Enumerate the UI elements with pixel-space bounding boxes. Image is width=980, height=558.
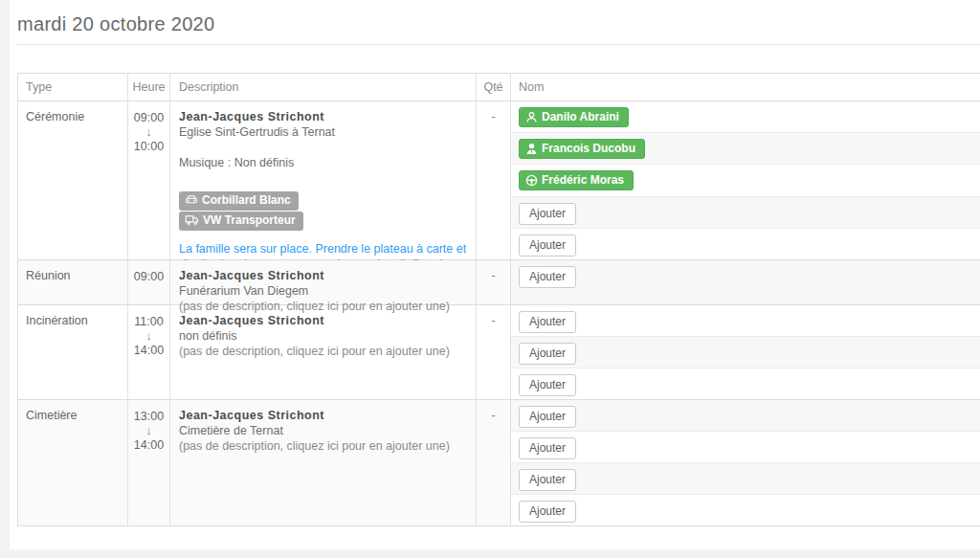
page-title: mardi 20 octobre 2020 xyxy=(17,12,214,35)
assignment-list: AjouterAjouterAjouter xyxy=(511,305,980,399)
event-location: Funérarium Van Diegem xyxy=(179,283,467,299)
assignment-subrow: Francois Ducobu xyxy=(511,132,980,164)
column-header-type: Type xyxy=(18,74,128,100)
table-header: Type Heure Description Qté Nom xyxy=(18,74,980,100)
column-header-nom: Nom xyxy=(511,74,980,100)
vehicle-badges: Corbillard BlancVW Transporteur xyxy=(179,191,467,231)
time-start: 11:00 xyxy=(128,314,169,329)
assigned-person-chip[interactable]: Frédéric Moras xyxy=(519,170,634,190)
assignment-subrow: Ajouter xyxy=(511,400,980,431)
person-name: Frédéric Moras xyxy=(542,174,624,187)
assignment-subrow: Ajouter xyxy=(511,260,980,304)
person-name: Francois Ducobu xyxy=(542,143,635,155)
person-name: Danilo Abraini xyxy=(542,111,619,123)
add-person-button[interactable]: Ajouter xyxy=(519,343,576,365)
add-person-button[interactable]: Ajouter xyxy=(519,469,576,491)
time-end: 14:00 xyxy=(128,437,169,453)
deceased-name: Jean-Jacques Strichont xyxy=(179,268,467,283)
van-icon xyxy=(185,213,199,229)
time-start: 09:00 xyxy=(128,269,169,284)
add-person-button[interactable]: Ajouter xyxy=(519,501,576,523)
assignment-subrow: Frédéric Moras xyxy=(511,164,980,195)
assignment-subrow: Ajouter xyxy=(511,336,980,368)
event-type: Réunion xyxy=(18,260,128,304)
table-body: Cérémonie09:00↓10:00Jean-Jacques Stricho… xyxy=(18,100,980,525)
steering-wheel-icon xyxy=(525,174,538,187)
assigned-person-chip[interactable]: Francois Ducobu xyxy=(519,139,645,159)
add-person-button[interactable]: Ajouter xyxy=(519,311,576,333)
assignment-subrow: Ajouter xyxy=(511,228,980,259)
description-placeholder-link[interactable]: (pas de description, cliquez ici pour en… xyxy=(179,344,467,359)
assignment-subrow: Ajouter xyxy=(511,462,980,494)
table-row: Cimetière13:00↓14:00Jean-Jacques Stricho… xyxy=(18,399,980,525)
add-person-button[interactable]: Ajouter xyxy=(519,406,576,428)
assignment-list: AjouterAjouterAjouterAjouter xyxy=(511,400,980,525)
assignment-subrow: Ajouter xyxy=(511,196,980,228)
event-location: Eglise Sint-Gertrudis à Ternat xyxy=(179,124,467,140)
assigned-person-chip[interactable]: Danilo Abraini xyxy=(519,107,629,127)
arrow-down-icon: ↓ xyxy=(128,329,169,343)
table-row: Réunion09:00Jean-Jacques StrichontFunéra… xyxy=(18,259,980,304)
add-person-button[interactable]: Ajouter xyxy=(519,437,576,459)
event-type: Cimetière xyxy=(18,400,128,525)
event-location: non définis xyxy=(179,328,467,344)
event-time: 13:00↓14:00 xyxy=(128,400,170,525)
quantity-value: - xyxy=(477,101,511,259)
column-header-qte: Qté xyxy=(477,74,511,100)
assignment-list: Ajouter xyxy=(511,260,980,304)
arrow-down-icon: ↓ xyxy=(128,125,169,139)
deceased-name: Jean-Jacques Strichont xyxy=(179,408,467,423)
assignment-subrow: Ajouter xyxy=(511,368,980,399)
hearse-icon xyxy=(185,193,198,209)
table-row: Incinération11:00↓14:00Jean-Jacques Stri… xyxy=(18,304,980,399)
description-placeholder-link[interactable]: (pas de description, cliquez ici pour en… xyxy=(179,438,467,454)
event-description: Jean-Jacques Strichontnon définis(pas de… xyxy=(170,305,477,399)
event-description: Jean-Jacques StrichontCimetière de Terna… xyxy=(170,400,477,525)
time-end: 10:00 xyxy=(128,139,169,154)
deceased-name: Jean-Jacques Strichont xyxy=(179,313,467,328)
vehicle-label: VW Transporteur xyxy=(203,213,296,227)
event-time: 09:00↓10:00 xyxy=(128,101,170,259)
time-end: 14:00 xyxy=(128,343,169,358)
time-start: 09:00 xyxy=(128,110,169,125)
quantity-value: - xyxy=(477,400,511,525)
assignment-subrow: Ajouter xyxy=(511,431,980,462)
events-table: Type Heure Description Qté Nom Cérémonie… xyxy=(17,73,980,526)
music-info: Musique : Non définis xyxy=(179,155,467,170)
event-location: Cimetière de Ternat xyxy=(179,423,467,438)
add-person-button[interactable]: Ajouter xyxy=(519,374,576,396)
add-person-button[interactable]: Ajouter xyxy=(519,266,576,288)
event-description: Jean-Jacques StrichontEglise Sint-Gertru… xyxy=(170,101,477,259)
event-type: Cérémonie xyxy=(18,101,128,259)
assignment-list: Danilo AbrainiFrancois DucobuFrédéric Mo… xyxy=(511,101,980,259)
user-outline-icon xyxy=(525,111,538,123)
arrow-down-icon: ↓ xyxy=(128,424,169,437)
vehicle-label: Corbillard Blanc xyxy=(202,193,291,207)
time-start: 13:00 xyxy=(128,409,169,424)
quantity-value: - xyxy=(477,260,511,304)
user-tie-icon xyxy=(525,143,538,155)
assignment-subrow: Ajouter xyxy=(511,305,980,336)
table-row: Cérémonie09:00↓10:00Jean-Jacques Stricho… xyxy=(18,100,980,259)
deceased-name: Jean-Jacques Strichont xyxy=(179,109,467,124)
event-type: Incinération xyxy=(18,305,128,399)
vehicle-badge[interactable]: Corbillard Blanc xyxy=(179,191,299,211)
column-header-description: Description xyxy=(170,74,477,100)
add-person-button[interactable]: Ajouter xyxy=(519,234,576,257)
column-header-heure: Heure xyxy=(128,74,170,100)
event-time: 09:00 xyxy=(128,260,170,304)
event-time: 11:00↓14:00 xyxy=(128,305,170,399)
quantity-value: - xyxy=(477,305,511,399)
day-card: mardi 20 octobre 2020 Type Heure Descrip… xyxy=(10,0,980,549)
assignment-subrow: Danilo Abraini xyxy=(511,101,980,132)
add-person-button[interactable]: Ajouter xyxy=(519,203,576,225)
assignment-subrow: Ajouter xyxy=(511,494,980,525)
vehicle-badge[interactable]: VW Transporteur xyxy=(179,212,303,231)
event-description: Jean-Jacques StrichontFunérarium Van Die… xyxy=(170,260,477,304)
title-divider xyxy=(17,44,980,45)
